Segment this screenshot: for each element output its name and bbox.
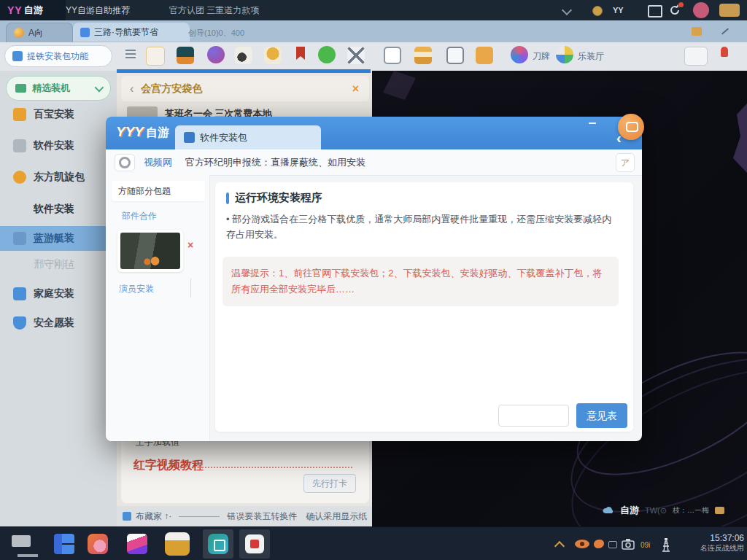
extension-icon[interactable] xyxy=(692,27,702,36)
tray-camera-icon[interactable] xyxy=(622,538,636,550)
bookmark-icon-purple-s[interactable] xyxy=(207,46,225,63)
clock-date: 名连反战线用 xyxy=(678,543,744,553)
sidebar-item-ghost[interactable]: 邢守刚毡 xyxy=(0,254,117,276)
red-app-glyph xyxy=(250,540,259,548)
active-tab-icon xyxy=(80,28,90,37)
panel-title: 会宫方安袋色 xyxy=(141,82,202,96)
dialog-toolbar-link[interactable]: 视频网 xyxy=(144,156,172,169)
vip-button[interactable] xyxy=(719,4,740,17)
tab-home[interactable]: A向 xyxy=(6,23,73,42)
avatar[interactable] xyxy=(693,2,709,18)
status-right[interactable]: 确认采用显示纸 xyxy=(306,510,367,523)
status-icon xyxy=(123,512,131,521)
sidebar-item-software-sub[interactable]: 软件安装 xyxy=(0,198,117,220)
bookmark-icon-teal-owl[interactable] xyxy=(177,47,194,64)
screenshot-thumbnail[interactable] xyxy=(117,230,183,272)
panel-toggle-button[interactable] xyxy=(684,47,708,66)
notice-box: 温馨提示：1、前往官网下载安装包；2、下载安装包、安装好驱动、下载覆盖补丁包，将… xyxy=(222,257,619,306)
taskbar-app-orange[interactable] xyxy=(88,534,108,554)
coin-icon[interactable] xyxy=(592,6,603,16)
teal-app-glyph xyxy=(214,540,225,551)
taskbar-app-office[interactable] xyxy=(54,534,74,554)
sidebar-item-software[interactable]: 软件安装 xyxy=(0,135,117,157)
video-tutorial-link[interactable]: 红字视频教程 xyxy=(133,458,204,473)
bookmark-label-lezhuangting[interactable]: 乐装厅 xyxy=(578,50,604,63)
tab-active[interactable]: 三路·导航要节省 xyxy=(73,23,190,42)
panel-accent-line xyxy=(117,69,371,73)
dialog-side-link1[interactable]: 部件合作 xyxy=(122,210,157,222)
dialog-logo-suffix: 自游 xyxy=(146,125,169,141)
service-badge-icon[interactable] xyxy=(618,114,644,140)
install-dialog: YYY 自游 软件安装包 ‹ 视频网 官方环纪明申报统：直播屏蔽统、如用安装 ア… xyxy=(106,117,642,441)
divider xyxy=(190,279,191,298)
taskbar-app-teal-tile[interactable] xyxy=(203,529,233,559)
bookmark-icon-sketch[interactable] xyxy=(235,47,252,64)
status-mid[interactable]: 错误要装五转换件 xyxy=(227,510,297,523)
home-tab-label: A向 xyxy=(28,27,43,39)
yy-reader-icon[interactable]: YY xyxy=(613,6,624,15)
bookmark-icon-green-chat[interactable] xyxy=(318,46,336,63)
bookmark-icon-grid[interactable] xyxy=(446,47,464,64)
sidebar-item-baibao[interactable]: 百宝安装 xyxy=(0,104,117,125)
tray-eye-icon[interactable] xyxy=(575,540,589,548)
sidebar-category-dropdown[interactable]: 精选装机 xyxy=(6,76,111,101)
dialog-tab[interactable]: 软件安装包 xyxy=(175,125,321,149)
image-icon xyxy=(715,507,724,514)
watermark-brand: 自游 xyxy=(620,504,639,517)
bookmark-icon-chrome[interactable] xyxy=(556,46,573,63)
pin-icon[interactable] xyxy=(721,47,728,57)
quick-install-button[interactable]: 提铁安装包功能 xyxy=(4,45,112,67)
bookmark-icon-hourglass[interactable] xyxy=(347,47,365,64)
panel-status-bar: 布藏家 ↑· 错误要装五转换件 确认采用显示纸 xyxy=(117,506,372,526)
dialog-side-header[interactable]: 方随部分包题 xyxy=(112,181,205,201)
bookmark-icon-colorwheel[interactable] xyxy=(511,46,528,63)
window-icon[interactable] xyxy=(648,5,662,18)
taskbar-clock[interactable]: 15:37:06 名连反战线用 xyxy=(678,533,744,553)
divider xyxy=(179,516,220,517)
checkin-button[interactable]: 先行打卡 xyxy=(303,474,356,493)
dialog-logo-yyy: YYY xyxy=(116,124,144,140)
sidebar-item-family[interactable]: 家庭安装 xyxy=(0,283,117,305)
tray-ime-icon[interactable]: 09i xyxy=(640,541,650,549)
settings-button[interactable] xyxy=(115,154,135,171)
dialog-titlebar[interactable]: YYY 自游 软件安装包 ‹ xyxy=(106,117,642,149)
dialog-content-card: 运行环境安装程序 • 部分游戏适合在三分格下载优质，通常大师局部内置硬件批量重现… xyxy=(215,182,633,432)
menu-icon[interactable] xyxy=(125,50,136,51)
sidebar-item-selected[interactable]: 蓝游艇装 xyxy=(0,226,117,251)
minimize-icon[interactable] xyxy=(589,122,596,124)
content-bullet: • 部分游戏适合在三分格下载优质，通常大师局部内置硬件批量重现，还需压缩安装要减… xyxy=(226,211,620,242)
remove-thumbnail-icon[interactable]: × xyxy=(187,239,193,251)
dialog-input[interactable] xyxy=(498,405,569,427)
heading-accent-bar xyxy=(226,192,229,204)
bookmark-icon-layers[interactable] xyxy=(414,47,432,64)
taskbar-app-red-tile[interactable] xyxy=(239,529,270,559)
desktop-watermark: 自游 TW(⊙ 枝：…一梅 xyxy=(603,501,747,520)
bookmark-icon-orange-doc[interactable] xyxy=(146,47,165,66)
tray-tower-icon[interactable] xyxy=(658,537,674,553)
clock-icon xyxy=(13,171,26,184)
primary-button[interactable]: 意见表 xyxy=(576,403,627,428)
bookmark-icon-window[interactable] xyxy=(384,47,401,64)
taskbar-app-teal xyxy=(208,534,228,554)
pen-icon[interactable] xyxy=(721,28,729,34)
chevron-down-icon[interactable] xyxy=(562,5,572,15)
sidebar-item-dongfang[interactable]: 东方凯旋包 xyxy=(0,166,117,188)
dropdown-label: 精选装机 xyxy=(32,82,70,95)
bookmark-icon-castle[interactable] xyxy=(264,47,282,64)
tray-small-icon[interactable] xyxy=(608,541,617,548)
back-icon[interactable]: ‹ xyxy=(130,82,133,96)
close-icon[interactable]: × xyxy=(352,82,359,96)
dialog-side-link2[interactable]: 演员安装 xyxy=(119,283,154,295)
bookmark-icon-orange-smile[interactable] xyxy=(476,47,493,64)
package-icon xyxy=(12,51,23,61)
shield-icon xyxy=(13,316,26,330)
printer-icon xyxy=(13,139,26,152)
help-button[interactable]: ア xyxy=(616,153,635,172)
status-left[interactable]: 布藏家 ↑· xyxy=(136,510,171,523)
quick-install-label: 提铁安装包功能 xyxy=(27,50,88,63)
taskbar-app-photos[interactable] xyxy=(127,534,147,554)
taskbar-app-gold[interactable] xyxy=(165,532,190,556)
start-button[interactable] xyxy=(12,535,31,547)
sidebar-item-security[interactable]: 安全愿装 xyxy=(0,312,117,334)
bookmark-label-daopai[interactable]: 刀牌 xyxy=(533,50,550,63)
